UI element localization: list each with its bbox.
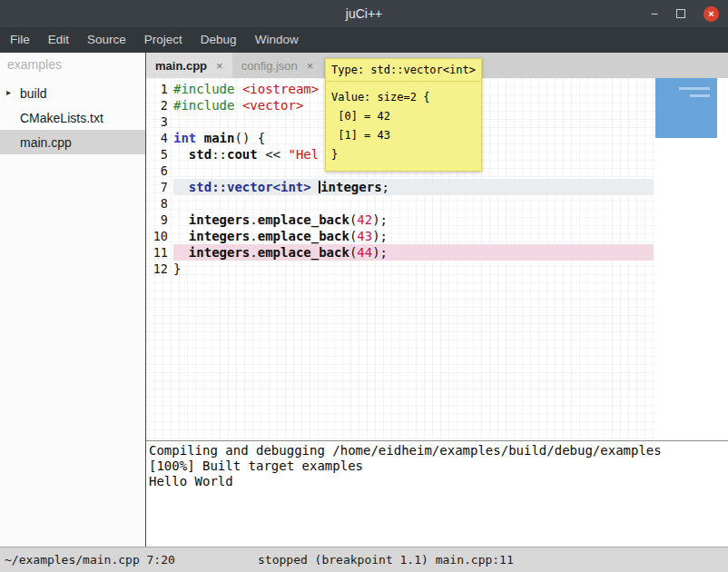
code-token: 42 <box>357 212 372 227</box>
menu-bar: FileEditSourceProjectDebugWindow <box>0 27 728 53</box>
code-token: emplace_back <box>258 212 349 227</box>
status-file-position: ~/examples/main.cpp 7:20 <box>5 547 175 572</box>
code-token: } <box>173 261 181 276</box>
tooltip-line: [1] = 43 <box>331 126 476 145</box>
code-token: emplace_back <box>258 245 349 260</box>
code-token: . <box>250 229 257 243</box>
code-token: () { <box>234 131 265 145</box>
code-line-8[interactable] <box>173 195 654 212</box>
code-token: ; <box>382 180 389 194</box>
line-number[interactable]: 2 <box>146 97 168 113</box>
tab-close-icon[interactable]: × <box>307 59 314 73</box>
code-token <box>311 180 319 194</box>
code-token: . <box>250 212 257 227</box>
file-tree-item-build[interactable]: ▸build <box>0 81 145 105</box>
tooltip-line: [0] = 42 <box>331 107 476 126</box>
line-number[interactable]: 5 <box>146 146 168 163</box>
window-controls: − × <box>651 0 719 27</box>
line-number[interactable]: 1 <box>146 81 168 97</box>
code-token <box>173 147 189 162</box>
code-token: integers <box>189 245 250 260</box>
window-title: juCi++ <box>0 0 728 27</box>
file-tree-item-label: main.cpp <box>20 135 72 150</box>
code-token: . <box>250 245 257 260</box>
code-token: "Hel <box>288 147 319 162</box>
output-terminal[interactable]: Compiling and debugging /home/eidheim/ex… <box>146 440 728 547</box>
file-tree-item-cmakelists-txt[interactable]: CMakeLists.txt <box>0 105 145 130</box>
minimize-button[interactable]: − <box>651 6 658 21</box>
code-line-10[interactable]: integers.emplace_back(43); <box>173 228 654 244</box>
code-token: std <box>189 147 212 162</box>
expander-icon[interactable]: ▸ <box>6 87 11 97</box>
tab-label: main.cpp <box>155 59 207 73</box>
line-number[interactable]: 10 <box>146 228 168 244</box>
code-token <box>234 98 241 113</box>
line-number[interactable]: 7 <box>146 179 168 195</box>
line-number[interactable]: 3 <box>146 113 168 130</box>
code-token <box>173 245 189 260</box>
tooltip-line: Value: size=2 { <box>331 88 476 107</box>
line-number-gutter[interactable]: 123456789101112 <box>146 81 168 277</box>
file-tree-item-label: build <box>20 86 47 101</box>
code-token: <iostream> <box>242 82 319 96</box>
code-token: :: <box>212 147 227 162</box>
line-number[interactable]: 4 <box>146 130 168 146</box>
tab-main-cpp[interactable]: main.cpp× <box>146 53 232 78</box>
code-line-7[interactable]: std::vector<int> integers; <box>173 179 654 195</box>
project-name: examples <box>0 53 145 81</box>
menu-window[interactable]: Window <box>246 27 308 53</box>
line-number[interactable]: 12 <box>146 261 168 277</box>
code-token: 43 <box>357 229 372 243</box>
close-button[interactable]: × <box>703 6 719 22</box>
file-explorer: examples ▸buildCMakeLists.txtmain.cpp <box>0 53 146 547</box>
restore-icon <box>676 9 685 18</box>
title-bar[interactable]: juCi++ − × <box>0 0 728 27</box>
menu-source[interactable]: Source <box>78 27 135 53</box>
status-bar: ~/examples/main.cpp 7:20 stopped (breakp… <box>0 547 728 572</box>
file-tree-item-main-cpp[interactable]: main.cpp <box>0 130 145 154</box>
terminal-output-line: [100%] Built target examples <box>149 459 725 474</box>
file-tree: ▸buildCMakeLists.txtmain.cpp <box>0 81 145 154</box>
code-token: #include <box>173 98 234 113</box>
line-number[interactable]: 6 <box>146 163 168 179</box>
code-line-12[interactable]: } <box>173 261 654 277</box>
menu-debug[interactable]: Debug <box>192 27 246 53</box>
code-token: << <box>258 147 289 162</box>
code-token: #include <box>173 82 234 96</box>
code-token: ); <box>372 229 388 243</box>
tooltip-line: Type: std::vector<int> <box>331 63 476 77</box>
code-token: std::vector<int> <box>189 180 311 194</box>
code-token: integers <box>189 212 250 227</box>
line-number[interactable]: 8 <box>146 195 168 212</box>
code-token <box>173 212 189 227</box>
status-debug-state: stopped (breakpoint 1.1) main.cpp:11 <box>258 547 514 572</box>
code-token: integers <box>320 180 381 194</box>
code-token: ); <box>372 212 388 227</box>
code-token: <vector> <box>242 98 303 113</box>
menu-project[interactable]: Project <box>135 27 192 53</box>
app-window: juCi++ − × FileEditSourceProjectDebugWin… <box>0 0 728 572</box>
restore-button[interactable] <box>676 6 685 21</box>
tab-close-icon[interactable]: × <box>216 59 223 73</box>
menu-edit[interactable]: Edit <box>39 27 78 53</box>
code-line-9[interactable]: integers.emplace_back(42); <box>173 212 654 228</box>
menu-file[interactable]: File <box>1 27 39 53</box>
tab-label: config.json <box>241 59 298 73</box>
tab-config-json[interactable]: config.json× <box>232 53 323 78</box>
debug-value-tooltip: Type: std::vector<int>Value: size=2 { [0… <box>325 58 482 172</box>
code-token: 44 <box>357 245 372 260</box>
code-token <box>234 82 241 96</box>
line-number[interactable]: 9 <box>146 212 168 228</box>
terminal-output-line: Compiling and debugging /home/eidheim/ex… <box>149 443 725 459</box>
code-token <box>196 131 203 145</box>
code-token: emplace_back <box>258 229 349 243</box>
tooltip-type-section: Type: std::vector<int> <box>326 59 481 81</box>
code-token: cout <box>227 147 258 162</box>
line-number[interactable]: 11 <box>146 244 168 261</box>
tooltip-value-section: Value: size=2 { [0] = 42 [1] = 43} <box>326 81 481 171</box>
code-token: main <box>204 131 235 145</box>
code-token <box>173 229 189 243</box>
scroll-preview <box>655 78 717 138</box>
tooltip-line: } <box>331 145 476 164</box>
code-line-11[interactable]: integers.emplace_back(44); <box>173 244 654 261</box>
